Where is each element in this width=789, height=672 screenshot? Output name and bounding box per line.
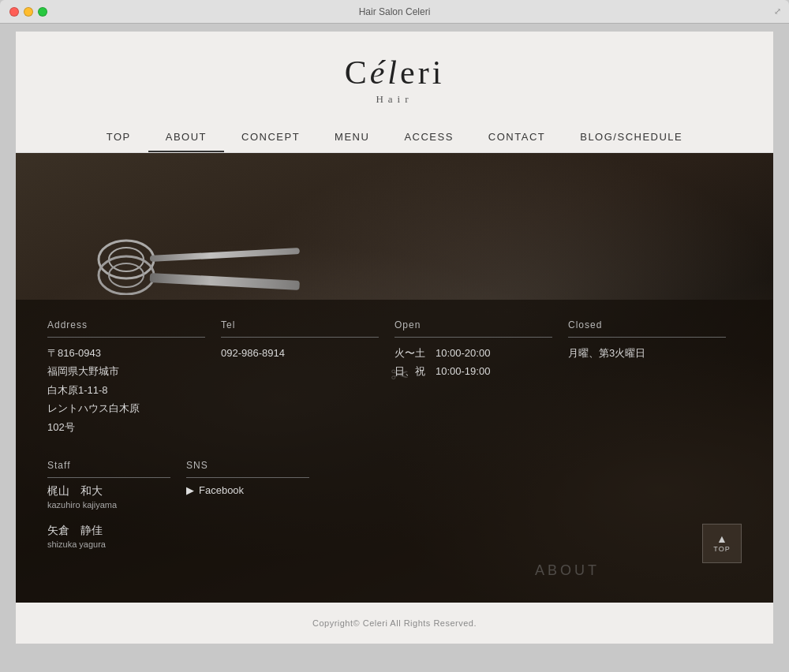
address-value: 〒816-0943福岡県大野城市白木原1-11-8レントハウス白木原102号	[47, 344, 205, 436]
nav-item-blog-schedule[interactable]: BLOG/SCHEDULE	[563, 125, 700, 152]
scissors-decoration	[79, 232, 316, 295]
info-grid-bottom: Staff 梶山 和大 kazuhiro kajiyama 矢倉 静佳 shiz…	[47, 460, 742, 563]
nav-item-about[interactable]: ABOUT	[148, 125, 224, 152]
hero-background: ✂ ABOUT Address 〒816-0943福岡県大野城市白木原1-11-…	[16, 153, 773, 603]
page-wrapper: Céleri Hair TOP ABOUT CONCEPT MENU ACCES…	[16, 32, 773, 644]
window-title: Hair Salon Celeri	[359, 6, 431, 17]
info-overlay: Address 〒816-0943福岡県大野城市白木原1-11-8レントハウス白…	[16, 300, 773, 603]
address-label: Address	[47, 319, 205, 338]
logo-subtitle: Hair	[16, 93, 773, 106]
nav-item-concept[interactable]: CONCEPT	[224, 125, 317, 152]
hero-section: ✂ ABOUT Address 〒816-0943福岡県大野城市白木原1-11-…	[16, 153, 773, 603]
sns-label: SNS	[186, 460, 309, 478]
logo-text: Céleri	[345, 54, 445, 91]
open-col: Open 火〜土 10:00-20:00日、祝 10:00-19:00	[394, 319, 568, 436]
facebook-link[interactable]: ▶ Facebook	[186, 484, 309, 496]
empty-col-2: ▲ TOP	[603, 460, 742, 563]
svg-rect-5	[150, 273, 300, 290]
open-value: 火〜土 10:00-20:00日、祝 10:00-19:00	[394, 344, 552, 381]
site-header: Céleri Hair	[16, 32, 773, 114]
svg-point-0	[99, 241, 154, 278]
staff-name-en-2: shizuka yagura	[47, 539, 170, 549]
staff-label: Staff	[47, 460, 170, 478]
closed-label: Closed	[568, 319, 726, 338]
svg-point-4	[109, 263, 144, 287]
close-button[interactable]	[9, 7, 19, 17]
empty-col	[325, 460, 603, 563]
top-button-arrow: ▲	[716, 534, 727, 545]
closed-col: Closed 月曜、第3火曜日	[568, 319, 742, 436]
facebook-label: Facebook	[199, 484, 244, 496]
expand-icon[interactable]: ⤢	[774, 6, 781, 17]
tel-value: 092-986-8914	[221, 344, 379, 362]
copyright-text: Copyright© Celeri All Rights Reserved.	[312, 618, 477, 628]
staff-name-jp-2: 矢倉 静佳	[47, 524, 170, 538]
staff-item-2: 矢倉 静佳 shizuka yagura	[47, 524, 170, 549]
nav-item-menu[interactable]: MENU	[317, 125, 387, 152]
staff-name-jp-1: 梶山 和大	[47, 484, 170, 498]
top-button-label: TOP	[713, 545, 730, 553]
window-buttons	[9, 7, 47, 17]
closed-value: 月曜、第3火曜日	[568, 344, 726, 362]
nav-bar: TOP ABOUT CONCEPT MENU ACCESS CONTACT BL…	[16, 114, 773, 152]
nav-item-contact[interactable]: CONTACT	[471, 125, 563, 152]
svg-point-3	[99, 256, 154, 294]
minimize-button[interactable]	[24, 7, 33, 17]
sns-col: SNS ▶ Facebook	[186, 460, 325, 563]
maximize-button[interactable]	[38, 7, 47, 17]
window-chrome: Hair Salon Celeri ⤢	[0, 0, 789, 24]
nav-item-top[interactable]: TOP	[89, 125, 148, 152]
open-label: Open	[394, 319, 552, 338]
tel-label: Tel	[221, 319, 379, 338]
nav-item-access[interactable]: ACCESS	[387, 125, 470, 152]
tel-col: Tel 092-986-8914	[221, 319, 394, 436]
site-footer: Copyright© Celeri All Rights Reserved.	[16, 603, 773, 644]
staff-item-1: 梶山 和大 kazuhiro kajiyama	[47, 484, 170, 510]
logo-title: Céleri	[16, 54, 773, 91]
top-button[interactable]: ▲ TOP	[702, 524, 742, 563]
staff-name-en-1: kazuhiro kajiyama	[47, 500, 170, 510]
info-grid-top: Address 〒816-0943福岡県大野城市白木原1-11-8レントハウス白…	[47, 319, 742, 436]
facebook-arrow: ▶	[186, 484, 194, 496]
staff-col: Staff 梶山 和大 kazuhiro kajiyama 矢倉 静佳 shiz…	[47, 460, 186, 563]
address-col: Address 〒816-0943福岡県大野城市白木原1-11-8レントハウス白…	[47, 319, 221, 436]
svg-rect-2	[150, 248, 300, 262]
